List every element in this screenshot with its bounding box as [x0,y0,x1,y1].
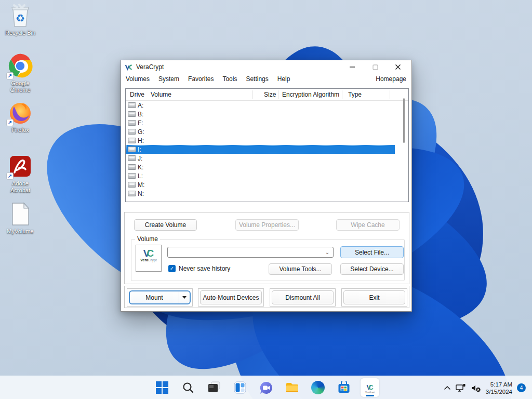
desktop-icon-label: Adobe Acrobat [5,180,36,194]
veracrypt-logo: VC VeraCrypt [136,245,162,272]
widgets-button[interactable] [230,378,250,397]
drive-row[interactable]: I: [126,145,395,154]
taskbar-clock[interactable]: 5:17 AM 3/15/2024 [486,381,512,395]
menu-settings[interactable]: Settings [246,75,268,83]
drive-letter: L: [138,172,143,180]
edge-button[interactable] [308,378,328,397]
menu-tools[interactable]: Tools [222,75,237,83]
col-type[interactable]: Type [348,91,362,98]
menu-homepage[interactable]: Homepage [376,75,406,83]
desktop-icon-recycle-bin[interactable]: ♻ Recycle Bin [0,3,41,36]
chat-button[interactable] [256,378,276,397]
dismount-all-button[interactable]: Dismount All [272,290,334,304]
menu-system[interactable]: System [158,75,179,83]
dismount-all-frame: Dismount All [270,288,336,307]
column-separator [390,90,390,99]
volume-path-combobox[interactable]: ⌄ [167,247,334,258]
veracrypt-taskbar-button[interactable]: VC VeraCrypt [360,378,380,397]
column-separator [278,90,278,99]
drive-row[interactable]: N: [126,189,395,198]
start-button[interactable] [152,378,172,397]
file-explorer-button[interactable] [282,378,302,397]
select-device-button[interactable]: Select Device... [340,263,404,275]
menu-favorites[interactable]: Favorites [188,75,214,83]
drive-row[interactable]: B: [126,110,395,118]
drive-icon [128,129,136,135]
drive-letter: G: [138,128,144,136]
drive-list-header[interactable]: Drive Volume Size Encryption Algorithm T… [126,89,408,101]
drive-letter: N: [138,190,144,197]
col-encryption-algorithm[interactable]: Encryption Algorithm [282,91,339,98]
recycle-bin-icon: ♻ [8,3,33,28]
drive-letter: H: [138,137,144,144]
desktop-icon-label: Recycle Bin [0,30,41,36]
maximize-button[interactable] [367,61,383,73]
drive-icon [128,138,136,143]
veracrypt-tile-icon: VC VeraCrypt [361,378,379,397]
drive-row[interactable]: L: [126,171,395,180]
drive-row[interactable]: F: [126,118,395,127]
desktop-icon-label: MyVolume [0,228,41,235]
network-icon[interactable] [456,383,466,393]
acrobat-icon: ↗ [8,154,33,179]
task-view-button[interactable] [204,378,224,397]
system-tray: 5:17 AM 3/15/2024 4 [444,376,526,399]
wipe-cache-button[interactable]: Wipe Cache [336,219,400,231]
titlebar[interactable]: VeraCrypt [121,60,411,74]
drive-row[interactable]: K: [126,163,395,171]
drive-list[interactable]: Drive Volume Size Encryption Algorithm T… [125,88,409,202]
col-drive[interactable]: Drive [130,91,144,98]
tray-date: 3/15/2024 [486,388,512,395]
chevron-down-icon[interactable]: ⌄ [322,249,333,255]
volume-tools-button[interactable]: Volume Tools... [269,263,332,275]
drive-icon [128,120,136,126]
store-button[interactable] [334,378,354,397]
drive-row[interactable]: A: [126,101,395,110]
dropdown-arrow-icon [182,296,187,299]
auto-mount-devices-button[interactable]: Auto-Mount Devices [200,290,262,304]
search-button[interactable] [178,378,198,397]
notification-badge[interactable]: 4 [517,383,526,392]
drive-row[interactable]: J: [126,154,395,163]
chrome-icon: ↗ [8,54,33,78]
tray-time: 5:17 AM [486,381,512,388]
drive-letter: J: [138,155,142,162]
tray-chevron-up-icon[interactable] [444,384,451,392]
mount-dropdown-button[interactable] [179,291,190,303]
main-section: Create Volume Volume Properties... Wipe … [124,212,409,284]
scrollbar-thumb[interactable] [403,98,405,143]
mount-split-button[interactable]: Mount [129,290,191,304]
minimize-button[interactable] [344,61,361,73]
drive-row[interactable]: G: [126,127,395,136]
exit-button[interactable]: Exit [343,290,405,304]
col-size[interactable]: Size [264,91,276,98]
drive-icon [128,191,136,196]
document-icon [8,202,33,227]
desktop-icon-label: Google Chrome [2,80,38,94]
logo-c: C [147,248,154,259]
desktop-icon-label: Firefox [0,127,41,134]
select-file-button[interactable]: Select File... [340,246,404,258]
checkbox-checked-icon[interactable]: ✓ [168,265,176,272]
desktop-icon-acrobat[interactable]: ↗ Adobe Acrobat [0,154,41,194]
menu-volumes[interactable]: Volumes [126,75,150,83]
mount-button-frame: Mount [127,288,193,307]
desktop-icon-chrome[interactable]: ↗ Google Chrome [0,54,41,94]
drive-row[interactable]: H: [126,136,395,145]
desktop-icon-firefox[interactable]: ↗ Firefox [0,100,41,134]
volume-properties-button[interactable]: Volume Properties... [235,219,299,231]
create-volume-button[interactable]: Create Volume [134,219,197,231]
desktop-icon-myvolume[interactable]: MyVolume [0,202,41,235]
desktop: ♻ Recycle Bin ↗ Google Chrome [0,0,532,399]
menu-help[interactable]: Help [277,75,290,83]
close-button[interactable] [390,61,406,73]
drive-row[interactable]: M: [126,180,395,189]
drive-letter: F: [138,119,143,127]
mount-button[interactable]: Mount [130,291,179,303]
bottom-section: Mount Auto-Mount Devices Dismount All Ex… [124,286,409,308]
volume-muted-icon[interactable] [471,383,481,393]
col-volume[interactable]: Volume [151,91,171,98]
never-save-history-row[interactable]: ✓ Never save history [168,265,230,272]
column-separator [252,90,252,99]
drive-letter: B: [138,111,143,118]
